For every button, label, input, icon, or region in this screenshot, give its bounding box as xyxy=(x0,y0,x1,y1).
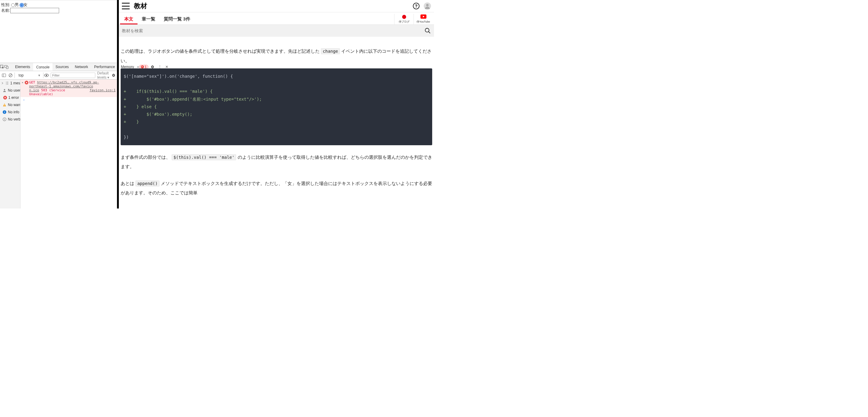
name-label: 名前: xyxy=(1,8,10,13)
svg-point-8 xyxy=(4,89,5,91)
svg-rect-2 xyxy=(6,66,8,69)
code-block: $('[name="sex"]').on('change', function(… xyxy=(121,68,432,145)
error-dot-icon xyxy=(3,96,7,99)
radio-female-label: 女 xyxy=(24,2,27,7)
link-blog[interactable]: 侍ブログ xyxy=(394,14,413,25)
live-expr-icon[interactable] xyxy=(44,73,49,77)
svg-line-21 xyxy=(429,32,430,33)
radio-male[interactable] xyxy=(11,3,15,7)
warn-dot-icon xyxy=(3,103,6,107)
youtube-icon xyxy=(421,14,427,20)
device-icon[interactable] xyxy=(4,65,8,69)
name-row: 名前: xyxy=(1,8,116,13)
console-sidebar: 1 message No user me… 1 error No warning… xyxy=(0,79,21,209)
console-error-text: GET https://bc2ad25….vfs.cloud9.ap-north… xyxy=(29,80,116,96)
console-error-line[interactable]: ▸ GET https://bc2ad25….vfs.cloud9.ap-nor… xyxy=(21,79,117,97)
search-input[interactable] xyxy=(122,28,424,33)
tab-questions[interactable]: 質問一覧 3件 xyxy=(159,16,194,25)
radio-female[interactable] xyxy=(20,3,24,7)
tab-chapters[interactable]: 章一覧 xyxy=(137,16,159,25)
side-warn[interactable]: No warnings xyxy=(0,101,20,108)
svg-point-7 xyxy=(46,74,48,76)
tab-console[interactable]: Console xyxy=(33,63,53,71)
search-icon[interactable] xyxy=(424,27,431,34)
tab-elements[interactable]: Elements xyxy=(12,63,33,71)
avatar[interactable] xyxy=(424,2,431,10)
page-title: 教材 xyxy=(134,1,147,10)
code-cond: $(this).val() === 'male' xyxy=(172,154,236,160)
para-1: この処理は、ラジオボタンの値を条件式として処理を分岐させれば実現できます。先ほど… xyxy=(121,46,432,65)
tab-main[interactable]: 本文 xyxy=(120,16,137,25)
levels-select[interactable]: Default levels ▾ xyxy=(97,71,111,79)
radio-male-label: 男 xyxy=(15,2,19,7)
code-append: append() xyxy=(135,180,159,186)
filter-input[interactable] xyxy=(51,73,95,78)
context-select[interactable]: top▾ xyxy=(17,73,42,78)
devtools: Elements Console Sources Network Perform… xyxy=(0,63,117,209)
code-change: change xyxy=(321,48,340,54)
verbose-dot-icon xyxy=(3,117,6,121)
console-prompt[interactable]: › xyxy=(21,97,117,103)
clear-console-icon[interactable] xyxy=(8,73,13,77)
console-settings-icon[interactable] xyxy=(111,73,116,77)
inspect-icon[interactable] xyxy=(0,65,4,69)
para-3: あとは append() メソッドでテキストボックスを生成するだけです。ただし、… xyxy=(121,179,432,198)
toggle-sidebar-icon[interactable] xyxy=(2,73,6,77)
name-input[interactable] xyxy=(10,8,59,13)
svg-rect-3 xyxy=(2,74,6,77)
list-icon xyxy=(5,81,9,85)
user-icon xyxy=(3,89,6,92)
svg-line-6 xyxy=(9,74,12,76)
search-bar xyxy=(119,25,434,37)
hamburger-icon[interactable] xyxy=(122,3,130,9)
devtools-tabbar: Elements Console Sources Network Perform… xyxy=(0,63,117,71)
sex-label: 性別: xyxy=(1,2,10,7)
tab-network[interactable]: Network xyxy=(72,63,91,71)
side-user[interactable]: No user me… xyxy=(0,87,20,94)
side-error[interactable]: 1 error xyxy=(0,94,20,101)
help-icon[interactable]: ? xyxy=(413,3,420,9)
console-output: ▸ GET https://bc2ad25….vfs.cloud9.ap-nor… xyxy=(21,79,117,209)
side-info[interactable]: No info xyxy=(0,108,20,116)
side-messages[interactable]: 1 message xyxy=(0,79,20,87)
para-2: まず条件式の部分では、 $(this).val() === 'male' のよう… xyxy=(121,152,432,171)
lesson-content: この処理は、ラジオボタンの値を条件式として処理を分岐させれば実現できます。先ほど… xyxy=(119,37,434,209)
side-verbose[interactable]: No verbose xyxy=(0,116,20,123)
link-youtube[interactable]: 侍YouTube xyxy=(413,14,433,25)
console-toolbar: top▾ Default levels ▾ xyxy=(0,71,117,79)
info-dot-icon xyxy=(3,110,6,114)
lesson-tabs: 本文 章一覧 質問一覧 3件 侍ブログ 侍YouTube xyxy=(119,12,434,25)
tab-sources[interactable]: Sources xyxy=(53,63,72,71)
right-top-bar: 教材 ? xyxy=(119,0,434,12)
samurai-blog-icon xyxy=(402,14,407,20)
sex-row: 性別: 男 女 xyxy=(1,2,116,7)
tab-performance[interactable]: Performance xyxy=(91,63,118,71)
rendered-page: 性別: 男 女 名前: xyxy=(0,0,117,63)
svg-point-20 xyxy=(425,28,429,32)
error-icon xyxy=(25,81,28,84)
